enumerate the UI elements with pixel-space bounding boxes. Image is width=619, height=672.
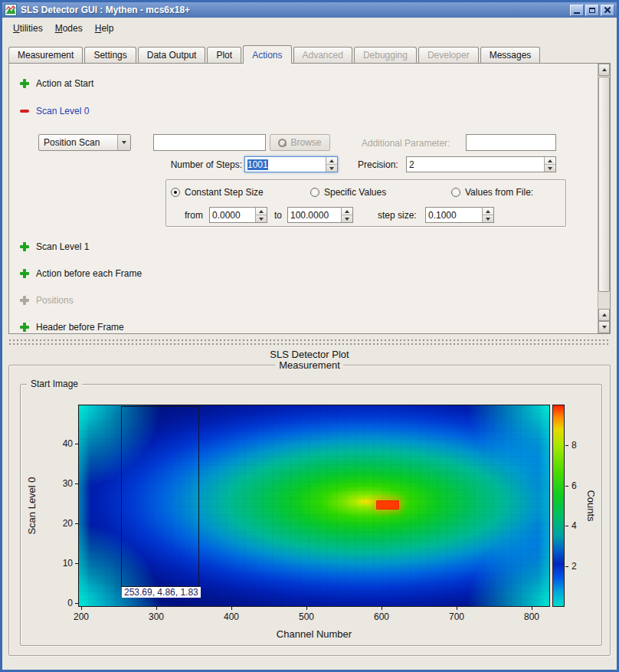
- additional-parameter-input[interactable]: [466, 134, 556, 151]
- spin-up-button[interactable]: [483, 208, 493, 215]
- tab-actions[interactable]: Actions: [243, 45, 291, 64]
- expand-plus-icon[interactable]: [20, 79, 29, 88]
- minimize-icon: [574, 12, 580, 14]
- radio-values-from-file-label: Values from File:: [465, 187, 533, 198]
- measurement-groupbox: Measurement Start Image Scan Level 0 0 1…: [8, 365, 611, 656]
- spin-down-button[interactable]: [545, 165, 555, 172]
- precision-value: 2: [407, 157, 544, 172]
- measurement-groupbox-title: Measurement: [275, 359, 343, 371]
- arrow-down-icon: [259, 218, 264, 221]
- scan-mode-combobox[interactable]: Position Scan: [38, 134, 131, 151]
- scroll-up-button[interactable]: [598, 64, 610, 76]
- splitter-handle[interactable]: [8, 339, 611, 346]
- menu-modes[interactable]: Modes: [49, 20, 89, 37]
- tab-data-output[interactable]: Data Output: [138, 47, 206, 63]
- colorbar-tick-mark: [565, 445, 568, 446]
- minimize-button[interactable]: [570, 5, 584, 16]
- scan-level-1-row[interactable]: Scan Level 1: [20, 241, 89, 252]
- titlebar[interactable]: SLS Detector GUI : Mythen - mcs6x18+: [2, 2, 617, 18]
- tab-debugging: Debugging: [354, 47, 417, 63]
- radio-specific-values[interactable]: Specific Values: [310, 187, 386, 198]
- to-label: to: [274, 210, 282, 221]
- spin-down-button[interactable]: [483, 215, 493, 222]
- expand-plus-icon[interactable]: [20, 269, 29, 278]
- browse-button-label: Browse: [290, 137, 321, 148]
- number-of-steps-label: Number of Steps:: [162, 159, 242, 170]
- x-tick-mark: [231, 607, 232, 610]
- spin-up-button[interactable]: [545, 157, 555, 165]
- arrow-down-icon: [329, 167, 334, 170]
- app-icon: [5, 4, 17, 16]
- x-tick-label: 600: [374, 611, 389, 622]
- spin-up-button[interactable]: [342, 208, 352, 215]
- actions-tab-pane: Action at Start Scan Level 0 Position Sc…: [8, 63, 611, 334]
- heatmap-canvas[interactable]: 253.69, 4.86, 1.83: [78, 405, 550, 607]
- menu-utilities-label: tilities: [20, 23, 43, 34]
- radio-icon[interactable]: [451, 188, 460, 197]
- expand-plus-icon[interactable]: [20, 242, 29, 251]
- spin-down-button[interactable]: [326, 165, 337, 172]
- tab-plot[interactable]: Plot: [207, 47, 241, 63]
- menu-modes-mnemonic: M: [55, 23, 63, 34]
- combobox-dropdown-button[interactable]: [117, 135, 130, 150]
- y-tick-label: 20: [48, 518, 73, 529]
- spin-down-button[interactable]: [256, 215, 267, 222]
- scan-script-input[interactable]: [153, 134, 266, 151]
- radio-selected-icon[interactable]: [171, 188, 180, 197]
- arrow-down-icon: [602, 326, 607, 329]
- scan-level-0-row[interactable]: Scan Level 0: [20, 106, 89, 116]
- collapse-minus-icon[interactable]: [20, 107, 29, 116]
- arrow-up-icon: [259, 210, 264, 213]
- scroll-down-button[interactable]: [598, 321, 610, 333]
- precision-spinbox[interactable]: 2: [406, 156, 556, 172]
- x-tick-mark: [81, 607, 82, 610]
- menu-utilities[interactable]: Utilities: [7, 20, 49, 37]
- spin-up-button[interactable]: [256, 208, 267, 215]
- x-tick-label: 200: [74, 611, 89, 622]
- y-tick-label: 30: [48, 478, 73, 489]
- menu-help[interactable]: Help: [89, 20, 120, 37]
- vertical-scrollbar[interactable]: [598, 64, 610, 333]
- action-at-start-label: Action at Start: [36, 78, 93, 89]
- spin-down-button[interactable]: [342, 215, 352, 222]
- x-tick-label: 300: [149, 611, 164, 622]
- colorbar-tick-mark: [565, 526, 568, 526]
- radio-specific-values-label: Specific Values: [324, 187, 386, 198]
- x-axis-title: Channel Number: [277, 628, 352, 640]
- step-size-value: 0.1000: [426, 208, 482, 222]
- scroll-up-button-bottom[interactable]: [598, 309, 610, 321]
- positions-label: Positions: [36, 295, 74, 306]
- scrollbar-thumb[interactable]: [598, 77, 610, 292]
- maximize-icon: [589, 8, 595, 13]
- to-spinbox[interactable]: 100.0000: [287, 207, 353, 223]
- step-size-spinbox[interactable]: 0.1000: [425, 207, 494, 223]
- action-at-start-row[interactable]: Action at Start: [20, 78, 93, 89]
- number-of-steps-spinbox[interactable]: 1001: [244, 156, 338, 172]
- action-before-frame-row[interactable]: Action before each Frame: [20, 268, 142, 279]
- x-tick-mark: [306, 607, 307, 610]
- close-icon: [604, 7, 611, 13]
- number-of-steps-value: 1001: [247, 159, 268, 170]
- colorbar-tick-label: 6: [572, 480, 577, 491]
- spin-up-button[interactable]: [326, 157, 337, 165]
- radio-icon[interactable]: [310, 188, 319, 197]
- y-axis-title: Scan Level 0: [26, 477, 38, 534]
- tab-measurement[interactable]: Measurement: [8, 47, 83, 63]
- chevron-down-icon: [122, 141, 126, 144]
- step-size-label: step size:: [378, 210, 417, 221]
- x-tick-mark: [382, 607, 382, 610]
- x-tick-mark: [457, 607, 457, 610]
- from-spinbox[interactable]: 0.0000: [209, 207, 267, 223]
- radio-constant-step[interactable]: Constant Step Size: [171, 187, 264, 198]
- start-image-groupbox-title: Start Image: [27, 379, 82, 389]
- close-button[interactable]: [601, 5, 614, 16]
- expand-plus-icon[interactable]: [20, 323, 29, 332]
- tab-messages[interactable]: Messages: [480, 47, 541, 63]
- plot-dock-title: SLS Detector Plot: [2, 349, 617, 360]
- header-before-frame-row[interactable]: Header before Frame: [20, 322, 124, 333]
- maximize-button[interactable]: [585, 5, 599, 16]
- tab-settings[interactable]: Settings: [84, 47, 136, 63]
- colorbar-tick-mark: [565, 566, 568, 567]
- radio-values-from-file[interactable]: Values from File:: [451, 187, 533, 198]
- arrow-up-icon: [329, 159, 334, 162]
